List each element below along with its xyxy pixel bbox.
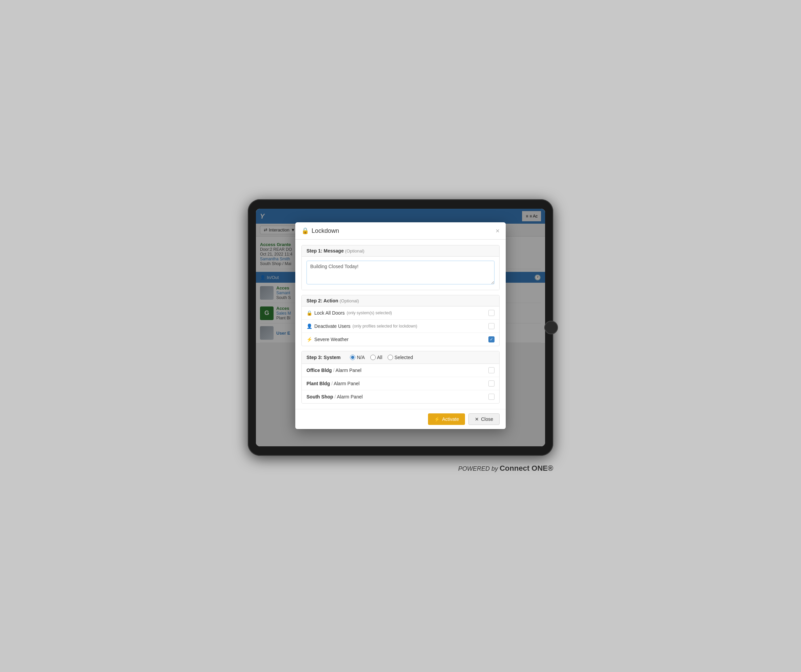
tablet-home-button[interactable]: [544, 321, 558, 334]
action-deactivate-text: Deactivate Users: [314, 323, 351, 329]
lock-icon-action: 🔒: [307, 310, 312, 316]
radio-all[interactable]: All: [370, 355, 383, 360]
step1-label: Step 1: Message: [307, 248, 344, 254]
system-office-label: Office Bldg / Alarm Panel: [307, 368, 362, 373]
brand-name: Connect ONE: [500, 464, 548, 473]
system-row-plant: Plant Bldg / Alarm Panel: [302, 377, 499, 390]
checkbox-lock[interactable]: [488, 310, 494, 316]
modal-footer: ⚡ Activate ✕ Close: [295, 409, 506, 429]
checkbox-weather[interactable]: [488, 336, 494, 342]
step1-section: Step 1: Message (Optional) Building Clos…: [301, 245, 500, 290]
system-plant-label: Plant Bldg / Alarm Panel: [307, 381, 359, 386]
radio-selected[interactable]: Selected: [388, 355, 413, 360]
modal-title-text: Lockdown: [312, 227, 339, 235]
powered-text: POWERED by: [458, 465, 498, 472]
radio-group: N/A All Selected: [350, 355, 413, 360]
modal-close-button[interactable]: ×: [495, 227, 500, 234]
tablet-screen: Y ≡ ≡ Ac ⇄ Interaction ▼ st 10 Days: [256, 209, 545, 446]
modal-body: Step 1: Message (Optional) Building Clos…: [295, 240, 506, 409]
step2-optional: (Optional): [340, 298, 359, 304]
step2-section: Step 2: Action (Optional) 🔒 Lock All Doo…: [301, 295, 500, 346]
action-lock-sub: (only system(s) selected): [347, 310, 392, 315]
powered-by-section: POWERED by Connect ONE®: [248, 464, 553, 473]
radio-na-label: N/A: [357, 355, 365, 360]
action-row-lock: 🔒 Lock All Doors (only system(s) selecte…: [302, 307, 499, 320]
system-row-office: Office Bldg / Alarm Panel: [302, 364, 499, 377]
close-x-icon: ✕: [475, 416, 479, 422]
activate-button[interactable]: ⚡ Activate: [428, 413, 465, 425]
action-row-weather: ⚡ Severe Weather: [302, 333, 499, 346]
modal-title-container: 🔒 Lockdown: [301, 227, 339, 235]
checkbox-plant[interactable]: [488, 381, 494, 387]
radio-na[interactable]: N/A: [350, 355, 365, 360]
close-button[interactable]: ✕ Close: [468, 413, 500, 425]
user-icon-action: 👤: [307, 323, 312, 329]
lock-icon: 🔒: [301, 227, 309, 235]
step2-label: Step 2: Action: [307, 298, 338, 304]
radio-all-label: All: [377, 355, 383, 360]
step3-title: Step 3: System: [307, 355, 340, 360]
action-label-deactivate: 👤 Deactivate Users (only profiles select…: [307, 323, 417, 329]
step3-section: Step 3: System N/A All: [301, 351, 500, 404]
step3-header: Step 3: System N/A All: [302, 351, 499, 364]
registered-mark: ®: [548, 464, 553, 473]
modal-overlay: 🔒 Lockdown × Step 1: Message (Optional): [256, 209, 545, 446]
action-weather-text: Severe Weather: [314, 337, 349, 342]
radio-selected-label: Selected: [394, 355, 413, 360]
action-deactivate-sub: (only profiles selected for lockdown): [353, 324, 417, 328]
checkbox-deactivate[interactable]: [488, 323, 494, 329]
close-label: Close: [481, 416, 493, 422]
message-textarea[interactable]: Building Closed Today!: [307, 260, 494, 285]
radio-na-input[interactable]: [350, 355, 355, 360]
activate-label: Activate: [442, 416, 459, 422]
action-row-deactivate: 👤 Deactivate Users (only profiles select…: [302, 320, 499, 333]
tablet-frame: Y ≡ ≡ Ac ⇄ Interaction ▼ st 10 Days: [248, 199, 553, 456]
step1-body: Building Closed Today!: [302, 257, 499, 290]
action-lock-text: Lock All Doors: [314, 310, 344, 316]
checkbox-south[interactable]: [488, 394, 494, 400]
modal-header: 🔒 Lockdown ×: [295, 222, 506, 240]
radio-selected-input[interactable]: [388, 355, 393, 360]
step2-header: Step 2: Action (Optional): [302, 295, 499, 307]
activate-icon: ⚡: [434, 416, 440, 422]
lockdown-modal: 🔒 Lockdown × Step 1: Message (Optional): [295, 222, 506, 429]
action-label-lock: 🔒 Lock All Doors (only system(s) selecte…: [307, 310, 392, 316]
step1-header: Step 1: Message (Optional): [302, 245, 499, 257]
radio-all-input[interactable]: [370, 355, 376, 360]
checkbox-office[interactable]: [488, 367, 494, 373]
action-label-weather: ⚡ Severe Weather: [307, 337, 349, 342]
system-south-label: South Shop / Alarm Panel: [307, 394, 363, 399]
bolt-icon-action: ⚡: [307, 337, 312, 342]
step1-optional: (Optional): [345, 248, 365, 254]
system-row-south: South Shop / Alarm Panel: [302, 390, 499, 403]
